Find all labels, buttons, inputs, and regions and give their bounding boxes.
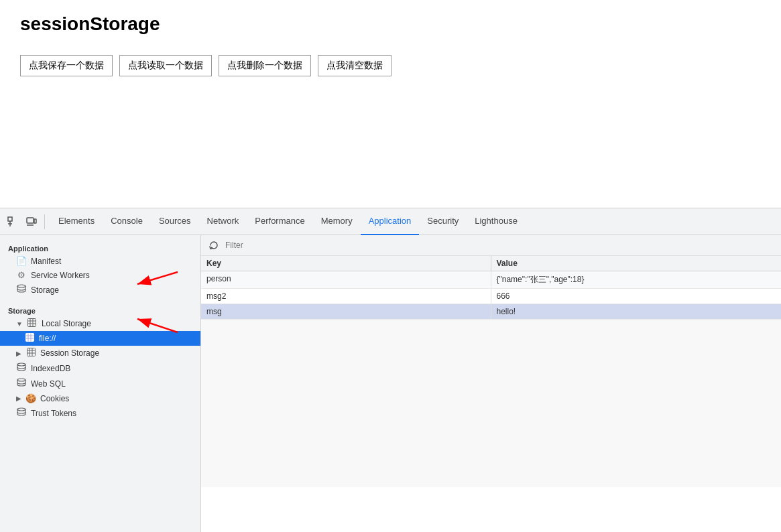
refresh-button[interactable] — [206, 238, 221, 253]
sidebar-service-workers[interactable]: ⚙ Service Workers — [0, 268, 200, 282]
sidebar-web-sql[interactable]: Web SQL — [0, 376, 200, 391]
button-row: 点我保存一个数据 点我读取一个数据 点我删除一个数据 点我清空数据 — [20, 55, 761, 76]
table-row-selected[interactable]: msg hello! — [201, 304, 781, 320]
tab-memory[interactable]: Memory — [313, 208, 361, 235]
table-cell-key-msg: msg — [201, 304, 491, 319]
session-storage-icon — [25, 348, 36, 358]
web-sql-icon — [16, 378, 27, 389]
topbar-icons — [5, 214, 45, 229]
trust-tokens-icon — [16, 407, 27, 419]
file-icon — [24, 333, 35, 344]
svg-rect-4 — [34, 219, 36, 223]
sidebar-file[interactable]: file:// — [0, 331, 200, 346]
sidebar-manifest[interactable]: 📄 Manifest — [0, 254, 200, 268]
table-header-value: Value — [491, 256, 782, 271]
tab-elements[interactable]: Elements — [50, 208, 103, 235]
table-row[interactable]: msg2 666 — [201, 289, 781, 304]
tab-network[interactable]: Network — [199, 208, 247, 235]
sidebar-service-workers-label: Service Workers — [31, 271, 90, 280]
table-header: Key Value — [201, 256, 781, 271]
device-icon[interactable] — [24, 214, 39, 229]
tab-console[interactable]: Console — [103, 208, 151, 235]
table-cell-key-msg2: msg2 — [201, 289, 491, 304]
cookies-expand-arrow: ▶ — [16, 395, 21, 402]
sidebar-local-storage[interactable]: ▼ Local Storage — [0, 316, 200, 331]
file-label: file:// — [39, 334, 56, 343]
sidebar: Application 📄 Manifest ⚙ Service Workers… — [0, 235, 201, 532]
svg-rect-17 — [27, 348, 35, 356]
svg-rect-7 — [28, 319, 36, 327]
sidebar-cookies[interactable]: ▶ 🍪 Cookies — [0, 391, 200, 405]
sidebar-indexeddb[interactable]: IndexedDB — [0, 360, 200, 376]
svg-point-23 — [17, 379, 25, 381]
tab-application[interactable]: Application — [361, 208, 420, 235]
session-storage-expand-arrow: ▶ — [16, 350, 21, 357]
web-sql-label: Web SQL — [31, 379, 66, 389]
indexeddb-label: IndexedDB — [31, 364, 70, 373]
local-storage-expand-arrow: ▼ — [16, 320, 23, 328]
sidebar-section-application: Application — [0, 241, 200, 254]
service-workers-icon: ⚙ — [16, 270, 27, 280]
svg-rect-0 — [8, 217, 12, 221]
sidebar-session-storage[interactable]: ▶ Session Storage — [0, 346, 200, 360]
svg-rect-12 — [25, 334, 34, 342]
local-storage-label: Local Storage — [42, 319, 91, 328]
storage-app-icon — [16, 284, 27, 295]
trust-tokens-label: Trust Tokens — [31, 409, 76, 418]
svg-point-24 — [17, 408, 25, 411]
svg-point-6 — [17, 285, 25, 287]
read-button[interactable]: 点我读取一个数据 — [119, 55, 212, 76]
tab-lighthouse[interactable]: Lighthouse — [467, 208, 526, 235]
sidebar-trust-tokens[interactable]: Trust Tokens — [0, 405, 200, 421]
table-cell-key-person: person — [201, 271, 491, 288]
tab-security[interactable]: Security — [419, 208, 467, 235]
main-page: sessionStorage 点我保存一个数据 点我读取一个数据 点我删除一个数… — [0, 0, 781, 208]
delete-button[interactable]: 点我删除一个数据 — [219, 55, 311, 76]
devtools-body-wrapper: Application 📄 Manifest ⚙ Service Workers… — [0, 235, 781, 532]
tab-sources[interactable]: Sources — [151, 208, 199, 235]
table-header-key: Key — [201, 256, 491, 271]
table-cell-value-msg2: 666 — [491, 289, 782, 304]
svg-rect-3 — [27, 218, 34, 223]
table-empty-area — [201, 320, 781, 487]
table-cell-value-msg: hello! — [491, 304, 782, 319]
cookies-icon: 🍪 — [25, 393, 36, 403]
clear-button[interactable]: 点我清空数据 — [318, 55, 392, 76]
sidebar-manifest-label: Manifest — [31, 257, 61, 266]
local-storage-icon — [27, 318, 38, 329]
sidebar-section-storage: Storage — [0, 303, 200, 316]
filter-input[interactable] — [225, 241, 776, 250]
manifest-icon: 📄 — [16, 256, 27, 266]
filter-bar — [201, 235, 781, 256]
page-title: sessionStorage — [20, 13, 761, 35]
devtools-topbar: Elements Console Sources Network Perform… — [0, 208, 781, 235]
sidebar-storage-app-label: Storage — [31, 285, 59, 295]
table-row[interactable]: person {"name":"张三","age":18} — [201, 271, 781, 289]
tab-performance[interactable]: Performance — [247, 208, 312, 235]
cookies-label: Cookies — [40, 394, 69, 403]
svg-point-22 — [17, 363, 25, 366]
sidebar-storage-app[interactable]: Storage — [0, 282, 200, 297]
session-storage-label: Session Storage — [40, 348, 99, 358]
devtools: Elements Console Sources Network Perform… — [0, 208, 781, 532]
inspect-icon[interactable] — [5, 214, 20, 229]
data-table: Key Value person {"name":"张三","age":18} … — [201, 256, 781, 532]
main-panel: Key Value person {"name":"张三","age":18} … — [201, 235, 781, 532]
save-button[interactable]: 点我保存一个数据 — [20, 55, 113, 76]
table-cell-value-person: {"name":"张三","age":18} — [491, 271, 782, 288]
indexeddb-icon — [16, 362, 27, 374]
